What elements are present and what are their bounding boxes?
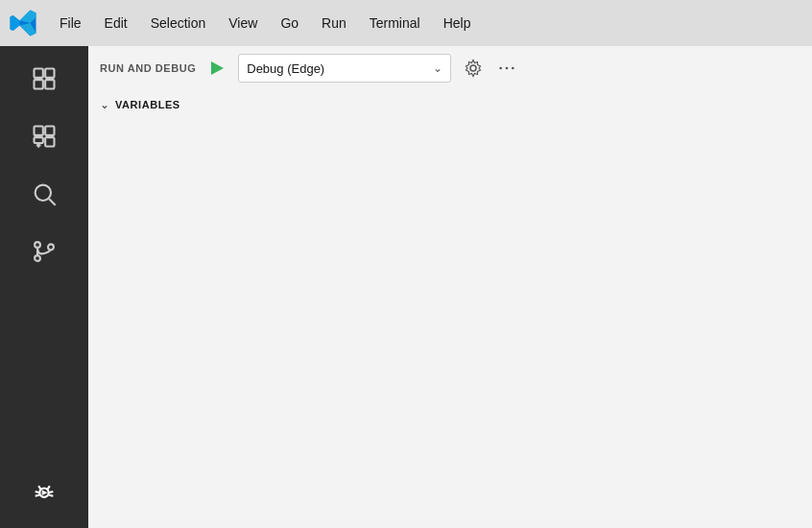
sidebar: RUN AND DEBUG Debug (Edge) ⌄ xyxy=(88,46,530,528)
svg-point-27 xyxy=(506,67,509,70)
variables-header[interactable]: ⌄ VARIABLES xyxy=(100,98,518,111)
main-content: RUN AND DEBUG Debug (Edge) ⌄ xyxy=(0,46,812,528)
menu-help[interactable]: Help xyxy=(434,12,481,35)
menu-edit[interactable]: Edit xyxy=(95,12,137,35)
activity-icon-search[interactable] xyxy=(19,169,69,219)
svg-line-11 xyxy=(49,199,55,204)
svg-rect-3 xyxy=(45,80,54,88)
menu-go[interactable]: Go xyxy=(271,12,308,35)
svg-point-26 xyxy=(499,67,502,70)
variables-label: VARIABLES xyxy=(115,99,180,110)
svg-rect-7 xyxy=(45,137,54,146)
menu-file[interactable]: File xyxy=(50,12,91,35)
svg-rect-0 xyxy=(35,69,43,78)
svg-rect-6 xyxy=(35,137,43,143)
start-debugging-button[interactable] xyxy=(203,55,230,82)
activity-icon-explorer[interactable] xyxy=(19,54,69,104)
svg-line-20 xyxy=(36,495,40,496)
menu-view[interactable]: View xyxy=(219,12,267,35)
editor-area xyxy=(530,46,812,528)
chevron-down-icon: ⌄ xyxy=(433,61,442,75)
variables-section: ⌄ VARIABLES xyxy=(88,90,530,119)
debug-config-dropdown[interactable]: Debug (Edge) ⌄ xyxy=(238,54,451,83)
activity-bar-bottom xyxy=(19,467,69,516)
activity-icon-run-debug[interactable] xyxy=(19,467,69,516)
activity-icon-git[interactable] xyxy=(19,227,69,276)
svg-point-12 xyxy=(35,242,40,248)
menu-selection[interactable]: Selection xyxy=(141,12,216,35)
svg-point-10 xyxy=(36,185,51,201)
svg-line-19 xyxy=(36,492,40,492)
open-launch-json-button[interactable] xyxy=(459,54,488,83)
debug-config-label: Debug (Edge) xyxy=(247,61,429,76)
svg-marker-24 xyxy=(211,61,224,75)
svg-point-28 xyxy=(512,67,514,70)
activity-icon-extensions[interactable] xyxy=(19,111,69,161)
svg-rect-1 xyxy=(35,80,43,88)
run-debug-header: RUN AND DEBUG Debug (Edge) ⌄ xyxy=(88,46,530,90)
svg-line-22 xyxy=(49,495,54,496)
menubar: File Edit Selection View Go Run Terminal… xyxy=(0,0,812,46)
run-debug-label: RUN AND DEBUG xyxy=(100,62,196,74)
activity-bar xyxy=(0,46,88,528)
more-actions-button[interactable] xyxy=(495,54,518,83)
svg-rect-4 xyxy=(35,127,43,135)
menu-run[interactable]: Run xyxy=(312,12,356,35)
svg-point-14 xyxy=(48,244,54,250)
svg-line-18 xyxy=(48,486,50,490)
svg-point-25 xyxy=(470,65,476,71)
svg-point-13 xyxy=(35,255,40,261)
svg-rect-5 xyxy=(45,127,54,135)
svg-line-21 xyxy=(49,492,54,492)
vscode-logo-icon xyxy=(8,8,38,38)
svg-rect-2 xyxy=(45,69,54,78)
svg-line-17 xyxy=(38,486,40,490)
variables-chevron-icon: ⌄ xyxy=(100,98,109,111)
menu-terminal[interactable]: Terminal xyxy=(360,12,430,35)
svg-marker-23 xyxy=(42,490,48,495)
